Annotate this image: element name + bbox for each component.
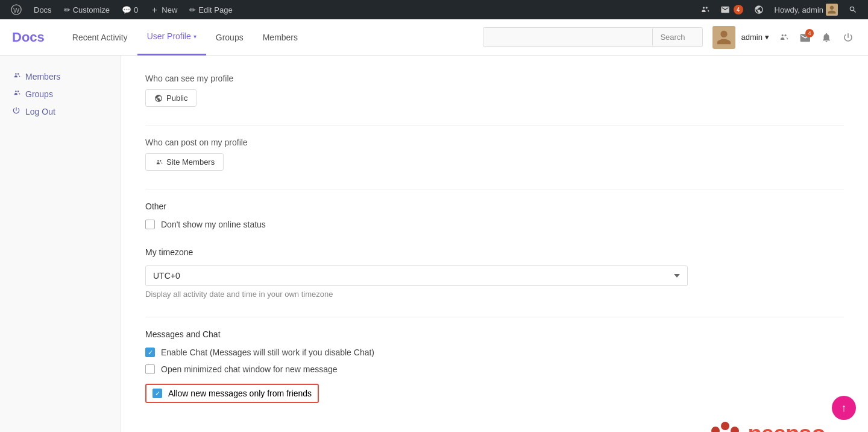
admin-avatar-small xyxy=(826,4,838,16)
notification-badge: 4 xyxy=(734,5,743,14)
allow-messages-label: Allow new messages only from friends xyxy=(168,389,312,398)
sidebar: Members Groups Log Out xyxy=(0,56,121,432)
new-link[interactable]: ＋ New xyxy=(145,0,182,19)
online-status-label: Don't show my online status xyxy=(161,220,266,229)
members-icon xyxy=(12,71,20,81)
svg-point-3 xyxy=(721,422,729,430)
edit-page-label: Edit Page xyxy=(198,5,232,14)
timezone-hint: Display all activity date and time in yo… xyxy=(145,290,844,299)
edit-page-link[interactable]: ✏ Edit Page xyxy=(184,0,237,19)
header-search: Search xyxy=(483,27,702,47)
minimized-chat-row: Open minimized chat window for new messa… xyxy=(145,364,844,374)
search-button[interactable]: Search xyxy=(652,28,692,46)
notifications-icon-button[interactable] xyxy=(819,30,834,45)
messages-chat-section: Messages and Chat Enable Chat (Messages … xyxy=(145,329,844,403)
profile-post-heading: Who can post on my profile xyxy=(145,138,844,147)
enable-chat-checkbox[interactable] xyxy=(145,348,155,357)
site-logo[interactable]: Docs xyxy=(12,30,45,45)
allow-messages-row: Allow new messages only from friends xyxy=(145,384,319,403)
members-icon-button[interactable] xyxy=(775,30,791,45)
profile-post-section: Who can post on my profile Site Members xyxy=(145,138,844,171)
peepso-branding: peepso® Your community. Your xyxy=(707,420,832,432)
peepso-logo-icon xyxy=(707,420,743,432)
docs-label: Docs xyxy=(34,5,52,14)
sidebar-item-logout[interactable]: Log Out xyxy=(0,103,121,120)
comments-link[interactable]: 💬 0 xyxy=(117,0,143,19)
new-label: New xyxy=(162,5,177,14)
nav-members[interactable]: Members xyxy=(253,19,307,56)
timezone-heading: My timezone xyxy=(145,247,844,257)
logout-icon xyxy=(12,106,20,116)
sidebar-logout-label: Log Out xyxy=(25,107,55,116)
divider-3 xyxy=(145,317,844,317)
profile-visibility-value: Public xyxy=(166,94,187,103)
sidebar-item-groups[interactable]: Groups xyxy=(0,85,121,103)
username-button[interactable]: admin ▾ xyxy=(741,33,769,42)
mail-icon-button[interactable]: 4 xyxy=(797,30,813,45)
docs-link[interactable]: Docs xyxy=(29,0,57,19)
enable-chat-label: Enable Chat (Messages will still work if… xyxy=(161,348,374,357)
profile-visibility-btn[interactable]: Public xyxy=(145,89,197,107)
greeting-label: Howdy, admin xyxy=(775,5,823,14)
svg-point-2 xyxy=(711,427,720,432)
howdy-link[interactable]: Howdy, admin xyxy=(770,0,843,19)
sidebar-groups-label: Groups xyxy=(25,89,53,99)
chevron-down-icon: ▾ xyxy=(193,33,197,40)
profile-visibility-heading: Who can see my profile xyxy=(145,74,844,83)
admin-bar-right: 4 Howdy, admin xyxy=(695,0,862,19)
customize-label: Customize xyxy=(73,5,110,14)
globe-link[interactable] xyxy=(749,0,769,19)
peepso-brand-name: peep xyxy=(748,421,799,432)
notifications-link[interactable]: 4 xyxy=(715,0,748,19)
user-chevron-icon: ▾ xyxy=(765,33,769,42)
profile-visibility-section: Who can see my profile Public xyxy=(145,74,844,107)
svg-text:W: W xyxy=(13,7,20,14)
admin-bar: W Docs ✏ Customize 💬 0 ＋ New ✏ Edit Page… xyxy=(0,0,868,19)
nav-recent-activity[interactable]: Recent Activity xyxy=(63,19,137,56)
timezone-select[interactable]: UTC+0 UTC+1 UTC+2 UTC-5 UTC-8 xyxy=(145,265,688,286)
other-section: Other Don't show my online status xyxy=(145,202,844,229)
profile-post-btn[interactable]: Site Members xyxy=(145,153,224,171)
site-header: Docs Recent Activity User Profile ▾ Grou… xyxy=(0,19,868,56)
messages-chat-heading: Messages and Chat xyxy=(145,329,844,339)
username-label: admin xyxy=(741,33,763,42)
user-avatar xyxy=(712,26,735,49)
timezone-section: My timezone UTC+0 UTC+1 UTC+2 UTC-5 UTC-… xyxy=(145,247,844,299)
allow-messages-container: Allow new messages only from friends xyxy=(145,381,844,403)
enable-chat-row: Enable Chat (Messages will still work if… xyxy=(145,348,844,357)
minimized-chat-label: Open minimized chat window for new messa… xyxy=(161,364,338,374)
divider-2 xyxy=(145,189,844,189)
sidebar-item-members[interactable]: Members xyxy=(0,68,121,85)
scroll-top-button[interactable]: ↑ xyxy=(832,396,856,420)
groups-icon xyxy=(12,89,20,99)
main-content: Who can see my profile Public Who can po… xyxy=(121,56,868,432)
search-admin-link[interactable] xyxy=(844,0,862,19)
mail-badge: 4 xyxy=(805,29,814,37)
page-layout: Members Groups Log Out Who can see my pr… xyxy=(0,56,868,432)
users-icon-link[interactable] xyxy=(695,0,714,19)
main-nav: Recent Activity User Profile ▾ Groups Me… xyxy=(63,19,483,56)
online-status-row: Don't show my online status xyxy=(145,220,844,229)
customize-link[interactable]: ✏ Customize xyxy=(59,0,115,19)
comments-count: 0 xyxy=(134,5,138,14)
sidebar-members-label: Members xyxy=(25,72,60,81)
other-heading: Other xyxy=(145,202,844,211)
search-input[interactable] xyxy=(483,28,652,46)
power-icon-button[interactable] xyxy=(840,30,856,45)
profile-post-value: Site Members xyxy=(166,157,215,167)
svg-point-4 xyxy=(731,427,739,432)
nav-groups[interactable]: Groups xyxy=(206,19,253,56)
online-status-checkbox[interactable] xyxy=(145,220,155,229)
allow-messages-checkbox[interactable] xyxy=(153,389,162,398)
nav-user-profile[interactable]: User Profile ▾ xyxy=(137,19,206,56)
divider-1 xyxy=(145,125,844,125)
wp-logo-link[interactable]: W xyxy=(6,0,27,19)
minimized-chat-checkbox[interactable] xyxy=(145,364,155,374)
header-user-area: admin ▾ 4 xyxy=(712,26,856,49)
